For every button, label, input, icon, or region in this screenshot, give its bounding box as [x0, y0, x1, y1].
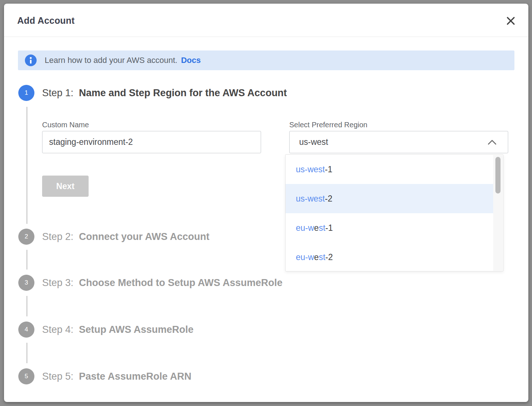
chevron-up-icon[interactable] [487, 139, 497, 146]
dropdown-scrollbar-thumb[interactable] [495, 157, 501, 193]
next-button[interactable]: Next [42, 176, 89, 197]
step-1-prefix: Step 1: [42, 87, 74, 99]
region-option-us-west-1[interactable]: us-west-1 [286, 155, 493, 184]
option-text: -2 [325, 252, 333, 262]
option-text: e [314, 252, 319, 262]
option-text: e [314, 223, 319, 233]
option-text-match: eu-w [296, 252, 314, 262]
step-3-heading: Step 3: Choose Method to Setup AWS Assum… [42, 275, 283, 291]
step-connector-1 [26, 107, 27, 224]
dropdown-scrollbar-track[interactable] [493, 155, 503, 271]
option-text: -2 [325, 194, 332, 204]
region-label: Select Preferred Region [289, 121, 367, 129]
step-5-prefix: Step 5: [42, 371, 74, 382]
step-5-heading: Step 5: Paste AssumeRole ARN [42, 368, 191, 384]
step-connector-2 [26, 250, 27, 270]
docs-link[interactable]: Docs [181, 56, 201, 65]
step-2-circle: 2 [18, 229, 34, 245]
page-title: Add Account [17, 15, 75, 26]
region-option-eu-west-2[interactable]: eu-west-2 [286, 243, 493, 272]
option-text-match: us-west [296, 194, 325, 204]
step-3-title: Choose Method to Setup AWS AssumeRole [79, 277, 283, 289]
step-5-circle: 5 [18, 368, 34, 384]
step-connector-4 [26, 343, 27, 363]
option-text: -1 [325, 165, 332, 174]
step-2-title: Connect your AWS Account [79, 231, 210, 243]
step-2-prefix: Step 2: [42, 231, 74, 243]
step-4-title: Setup AWS AssumeRole [79, 324, 194, 335]
region-select-input[interactable] [298, 137, 487, 147]
option-text: -1 [325, 223, 333, 233]
header-divider [4, 37, 528, 37]
close-icon [506, 16, 516, 27]
step-1-circle: 1 [18, 85, 34, 101]
step-5-number: 5 [25, 373, 28, 380]
banner-text: Learn how to add your AWS account. [45, 56, 177, 65]
region-option-us-west-2[interactable]: us-west-2 [286, 184, 493, 213]
step-1-heading: Step 1: Name and Step Region for the AWS… [42, 85, 287, 101]
custom-name-input[interactable] [42, 131, 261, 153]
add-account-modal: Add Account Learn how to add your AWS ac… [4, 4, 528, 402]
step-4-prefix: Step 4: [42, 324, 74, 335]
option-text-match: us-west [296, 165, 325, 174]
custom-name-label: Custom Name [42, 121, 89, 129]
option-text-match: st [319, 223, 325, 233]
step-4-heading: Step 4: Setup AWS AssumeRole [42, 322, 194, 338]
step-3-number: 3 [25, 279, 28, 286]
step-5-title: Paste AssumeRole ARN [79, 371, 191, 382]
option-text-match: st [319, 252, 325, 262]
region-option-eu-west-1[interactable]: eu-west-1 [286, 213, 493, 243]
option-text-match: eu-w [296, 223, 314, 233]
step-2-heading: Step 2: Connect your AWS Account [42, 229, 209, 245]
info-banner: Learn how to add your AWS account. Docs [18, 50, 514, 70]
step-4-number: 4 [25, 326, 28, 333]
step-1-number: 1 [25, 89, 28, 97]
region-select[interactable] [289, 131, 508, 153]
step-connector-3 [26, 296, 27, 316]
step-1-title: Name and Step Region for the AWS Account [79, 87, 287, 99]
close-button[interactable] [503, 14, 518, 29]
screen-background: Add Account Learn how to add your AWS ac… [0, 0, 532, 406]
info-icon [25, 54, 37, 66]
region-dropdown: us-west-1 us-west-2 eu-west-1 eu-west-2 [285, 154, 503, 271]
step-4-circle: 4 [18, 322, 34, 338]
step-3-prefix: Step 3: [42, 277, 74, 289]
step-3-circle: 3 [18, 275, 34, 291]
step-2-number: 2 [25, 233, 28, 240]
